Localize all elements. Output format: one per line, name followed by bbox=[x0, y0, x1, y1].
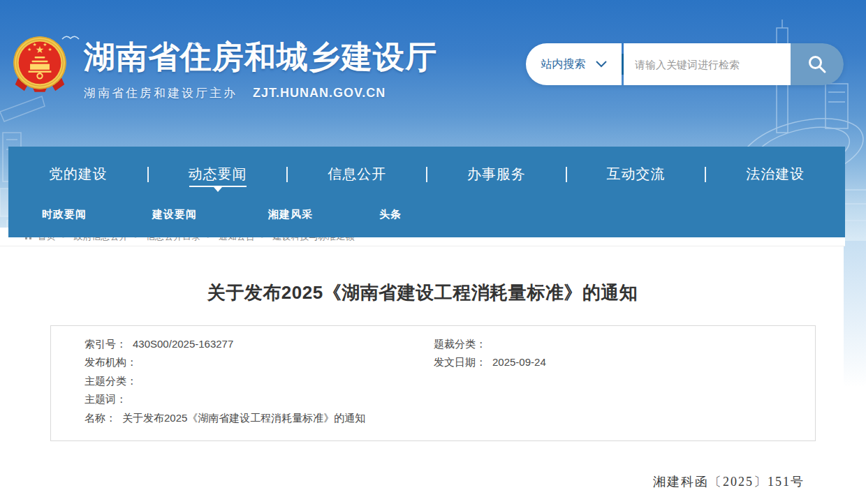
active-nav-triangle-icon bbox=[214, 187, 222, 192]
meta-label: 题裁分类： bbox=[434, 338, 486, 350]
banner-right-fade bbox=[844, 241, 866, 387]
meta-row-keywords: 主题词： bbox=[85, 390, 365, 408]
meta-row-issue-date: 发文日期：2025-09-24 bbox=[434, 353, 546, 371]
search-button[interactable] bbox=[791, 43, 844, 85]
chevron-down-icon bbox=[596, 61, 607, 68]
page: ★ ★ ★ ★ ★ 湖南省住房和城乡建设厅 湖南省住房和建设厅主办 ZJT.HU… bbox=[0, 0, 866, 504]
subnav-item-xiangjian-style[interactable]: 湘建风采 bbox=[268, 208, 313, 221]
meta-row-topic-category: 主题分类： bbox=[85, 372, 365, 390]
meta-label: 主题分类： bbox=[85, 375, 137, 387]
site-title[interactable]: 湖南省住房和城乡建设厅 bbox=[84, 36, 437, 78]
main-nav: 党的建设 动态要闻 信息公开 办事服务 互动交流 法治建设 bbox=[8, 147, 845, 237]
meta-row-index-number: 索引号：430S00/2025-163277 bbox=[85, 335, 365, 353]
brand-block: 湖南省住房和城乡建设厅 湖南省住房和建设厅主办 ZJT.HUNAN.GOV.CN bbox=[84, 36, 437, 101]
svg-text:★: ★ bbox=[43, 42, 47, 47]
nav-item-label: 党的建设 bbox=[49, 165, 108, 184]
site-subtitle: 湖南省住房和建设厅主办 bbox=[84, 85, 237, 101]
page-title: 关于发布2025《湖南省建设工程消耗量标准》的通知 bbox=[0, 281, 845, 305]
main-nav-row: 党的建设 动态要闻 信息公开 办事服务 互动交流 法治建设 bbox=[8, 147, 845, 201]
meta-label: 主题词： bbox=[85, 393, 126, 405]
search-input[interactable] bbox=[624, 43, 791, 85]
meta-column-left: 索引号：430S00/2025-163277 发布机构： 主题分类： 主题词： … bbox=[85, 335, 365, 427]
search-scope-dropdown[interactable]: 站内搜索 bbox=[526, 43, 622, 85]
search-input-wrap bbox=[624, 43, 791, 85]
sub-nav-row: 时政要闻 建设要闻 湘建风采 头条 bbox=[8, 201, 845, 237]
nav-item-interaction[interactable]: 互动交流 bbox=[566, 147, 706, 201]
meta-value: 430S00/2025-163277 bbox=[133, 338, 233, 350]
nav-item-label: 互动交流 bbox=[607, 165, 666, 184]
nav-item-info-disclosure[interactable]: 信息公开 bbox=[287, 147, 427, 201]
search-scope-label: 站内搜索 bbox=[541, 57, 586, 72]
nav-item-services[interactable]: 办事服务 bbox=[427, 147, 566, 201]
meta-value: 关于发布2025《湖南省建设工程消耗量标准》的通知 bbox=[122, 412, 365, 424]
meta-label: 索引号： bbox=[85, 338, 126, 350]
nav-item-news[interactable]: 动态要闻 bbox=[148, 147, 288, 201]
site-domain: ZJT.HUNAN.GOV.CN bbox=[253, 86, 386, 101]
meta-value: 2025-09-24 bbox=[492, 356, 546, 368]
meta-row-genre-category: 题裁分类： bbox=[434, 335, 546, 353]
site-search: 站内搜索 bbox=[526, 43, 844, 85]
svg-text:★: ★ bbox=[33, 42, 37, 47]
meta-label: 发布机构： bbox=[85, 356, 137, 368]
svg-text:★: ★ bbox=[48, 47, 52, 52]
nav-item-party-building[interactable]: 党的建设 bbox=[8, 147, 148, 201]
china-national-emblem-icon[interactable]: ★ ★ ★ ★ ★ bbox=[11, 34, 68, 95]
svg-text:★: ★ bbox=[27, 47, 31, 52]
document-number: 湘建科函〔2025〕151号 bbox=[0, 473, 805, 490]
nav-item-label: 信息公开 bbox=[328, 165, 386, 184]
nav-item-label: 动态要闻 bbox=[189, 165, 247, 184]
subnav-item-headlines[interactable]: 头条 bbox=[379, 208, 402, 221]
meta-row-name: 名称：关于发布2025《湖南省建设工程消耗量标准》的通知 bbox=[85, 409, 365, 427]
nav-item-label: 法治建设 bbox=[746, 165, 805, 184]
subnav-item-current-politics[interactable]: 时政要闻 bbox=[42, 208, 87, 221]
nav-item-label: 办事服务 bbox=[467, 165, 526, 184]
meta-column-right: 题裁分类： 发文日期：2025-09-24 bbox=[434, 335, 546, 372]
meta-label: 发文日期： bbox=[434, 356, 486, 368]
subnav-item-construction-news[interactable]: 建设要闻 bbox=[152, 208, 197, 221]
meta-label: 名称： bbox=[85, 412, 116, 424]
meta-row-issuing-agency: 发布机构： bbox=[85, 353, 365, 371]
search-icon bbox=[807, 54, 827, 74]
nav-item-rule-of-law[interactable]: 法治建设 bbox=[705, 147, 845, 201]
document-meta-box: 索引号：430S00/2025-163277 发布机构： 主题分类： 主题词： … bbox=[50, 325, 816, 441]
